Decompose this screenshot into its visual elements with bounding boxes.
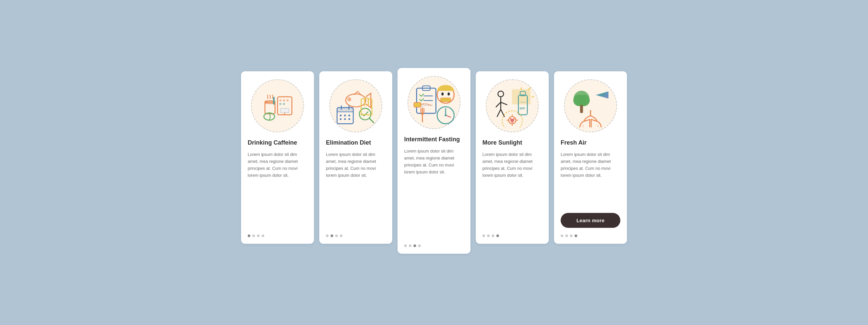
card-title-caffeine: Drinking Caffeine <box>248 139 297 147</box>
diet-icon <box>334 84 377 127</box>
svg-line-60 <box>528 88 530 90</box>
card-title-diet: Elimination Diet <box>326 139 371 147</box>
svg-point-74 <box>578 94 590 106</box>
svg-point-8 <box>279 103 281 105</box>
svg-point-36 <box>441 92 444 95</box>
dot-4 <box>575 234 577 237</box>
dot-2 <box>331 234 333 237</box>
svg-point-26 <box>348 118 350 120</box>
dot-4 <box>340 234 342 237</box>
svg-point-25 <box>344 118 346 120</box>
dot-2 <box>487 234 490 237</box>
svg-rect-10 <box>280 109 289 113</box>
svg-line-56 <box>497 110 501 117</box>
sunlight-icon: SPF <box>491 84 534 127</box>
svg-point-24 <box>340 118 341 120</box>
svg-line-28 <box>369 118 374 123</box>
card-elimination-diet: Elimination Diet Lorem ipsum dolor sit d… <box>319 71 392 244</box>
svg-point-37 <box>447 92 450 95</box>
card-text-caffeine: Lorem ipsum dolor sit dim amet, mea regi… <box>248 151 307 228</box>
dot-4 <box>418 244 421 247</box>
dots-fresh-air <box>561 234 577 237</box>
dot-3 <box>413 244 416 247</box>
icon-circle-diet <box>329 79 382 132</box>
dot-1 <box>483 234 485 237</box>
learn-more-button[interactable]: Learn more <box>561 213 620 228</box>
dot-2 <box>252 234 255 237</box>
card-fresh-air: Fresh Air Lorem ipsum dolor sit dim amet… <box>554 71 627 244</box>
card-title-sunlight: More Sunlight <box>483 139 522 147</box>
card-text-fasting: Lorem ipsum dolor sit dim amet, mea regi… <box>404 148 464 238</box>
svg-point-22 <box>344 115 346 116</box>
dot-3 <box>335 234 338 237</box>
dot-3 <box>257 234 259 237</box>
svg-text:SPF: SPF <box>520 107 525 110</box>
svg-rect-75 <box>580 105 583 113</box>
svg-rect-3 <box>273 97 275 105</box>
svg-point-7 <box>286 99 289 102</box>
svg-rect-51 <box>414 102 421 107</box>
card-text-diet: Lorem ipsum dolor sit dim amet, mea regi… <box>326 151 385 228</box>
icon-area-caffeine <box>248 79 307 132</box>
icon-circle-sunlight: SPF <box>486 79 539 132</box>
dot-1 <box>561 234 563 237</box>
dot-1 <box>404 244 407 247</box>
card-title-fasting: Intermittent Fasting <box>404 136 460 143</box>
dot-3 <box>492 234 494 237</box>
dots-diet <box>326 234 342 237</box>
card-text-sunlight: Lorem ipsum dolor sit dim amet, mea regi… <box>483 151 542 228</box>
card-intermittent-fasting: Intermittent Fasting Lorem ipsum dolor s… <box>398 68 470 254</box>
icon-area-sunlight: SPF <box>483 79 542 132</box>
svg-rect-17 <box>337 108 353 112</box>
icon-area-diet <box>326 79 385 132</box>
dot-4 <box>261 234 264 237</box>
svg-point-5 <box>279 99 281 102</box>
svg-point-15 <box>349 99 350 100</box>
dot-4 <box>496 234 499 237</box>
cards-container: Drinking Caffeine Lorem ipsum dolor sit … <box>241 71 627 254</box>
card-drinking-caffeine: Drinking Caffeine Lorem ipsum dolor sit … <box>241 71 314 244</box>
svg-point-6 <box>283 99 285 102</box>
icon-circle-caffeine <box>251 79 304 132</box>
svg-point-52 <box>498 91 504 97</box>
fasting-icon <box>411 79 457 126</box>
dot-2 <box>565 234 568 237</box>
icon-circle-fasting <box>407 76 461 129</box>
fresh-air-icon <box>569 84 612 127</box>
dot-3 <box>570 234 572 237</box>
svg-line-54 <box>496 102 501 107</box>
icon-area-fasting <box>404 76 464 129</box>
svg-point-9 <box>283 103 285 105</box>
svg-point-21 <box>340 115 341 116</box>
card-text-fresh-air: Lorem ipsum dolor sit dim amet, mea regi… <box>561 151 620 208</box>
icon-circle-fresh-air <box>564 79 617 132</box>
card-title-fresh-air: Fresh Air <box>561 139 587 147</box>
dots-fasting <box>404 244 421 247</box>
dots-caffeine <box>248 234 264 237</box>
svg-point-23 <box>348 115 350 116</box>
dot-2 <box>409 244 411 247</box>
svg-line-57 <box>501 110 504 117</box>
caffeine-icon <box>256 84 299 127</box>
dots-sunlight <box>483 234 499 237</box>
svg-point-50 <box>444 114 446 116</box>
icon-area-fresh-air <box>561 79 620 132</box>
dot-1 <box>326 234 329 237</box>
dot-1 <box>248 234 250 237</box>
card-more-sunlight: SPF <box>476 71 549 244</box>
svg-line-55 <box>501 102 506 105</box>
